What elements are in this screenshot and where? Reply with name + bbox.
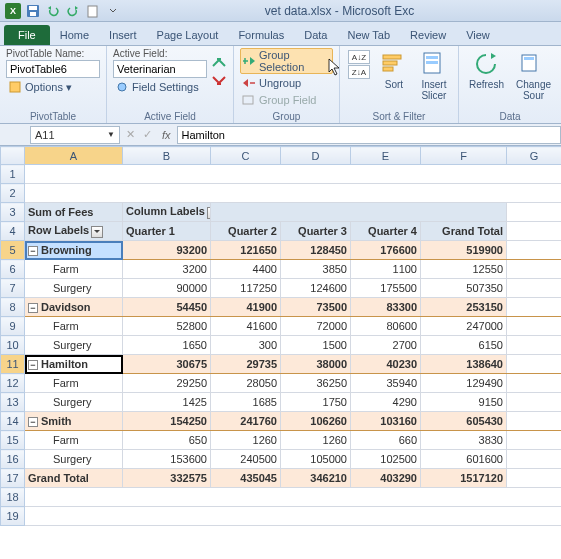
col-header-D[interactable]: D: [281, 147, 351, 165]
cell[interactable]: 121650: [211, 241, 281, 260]
cell[interactable]: 4290: [351, 393, 421, 412]
cell[interactable]: 1425: [123, 393, 211, 412]
redo-icon[interactable]: [64, 2, 82, 20]
cell[interactable]: 176600: [351, 241, 421, 260]
activefield-input[interactable]: [113, 60, 207, 78]
sort-desc-icon[interactable]: Z↓A: [348, 65, 370, 79]
cell[interactable]: 153600: [123, 450, 211, 469]
cell[interactable]: 40230: [351, 355, 421, 374]
options-button[interactable]: Options ▾: [6, 79, 100, 95]
cell[interactable]: 41600: [211, 317, 281, 336]
cell[interactable]: 175500: [351, 279, 421, 298]
cell[interactable]: 1517120: [421, 469, 507, 488]
expand-field-icon[interactable]: [211, 56, 227, 70]
cell[interactable]: 52800: [123, 317, 211, 336]
group-selection-button[interactable]: Group Selection: [240, 48, 333, 74]
pivot-subrow[interactable]: Surgery: [25, 336, 123, 355]
tab-data[interactable]: Data: [294, 25, 337, 45]
cell[interactable]: 247000: [421, 317, 507, 336]
save-icon[interactable]: [24, 2, 42, 20]
cell[interactable]: 6150: [421, 336, 507, 355]
qtr-header[interactable]: Quarter 2: [211, 222, 281, 241]
row-header[interactable]: 7: [1, 279, 25, 298]
row-header[interactable]: 1: [1, 165, 25, 184]
insert-slicer-button[interactable]: Insert Slicer: [416, 48, 452, 103]
excel-icon[interactable]: X: [4, 2, 22, 20]
row-header[interactable]: 9: [1, 317, 25, 336]
col-header-E[interactable]: E: [351, 147, 421, 165]
ungroup-button[interactable]: Ungroup: [240, 75, 333, 91]
row-header[interactable]: 2: [1, 184, 25, 203]
pivot-subrow[interactable]: Farm: [25, 431, 123, 450]
cell[interactable]: 403290: [351, 469, 421, 488]
cell[interactable]: 93200: [123, 241, 211, 260]
cell[interactable]: 128450: [281, 241, 351, 260]
enter-icon[interactable]: ✓: [139, 128, 156, 141]
cell[interactable]: 90000: [123, 279, 211, 298]
row-header[interactable]: 14: [1, 412, 25, 431]
row-header[interactable]: 6: [1, 260, 25, 279]
cell[interactable]: 3830: [421, 431, 507, 450]
cell[interactable]: 1750: [281, 393, 351, 412]
cell[interactable]: 605430: [421, 412, 507, 431]
cell[interactable]: 12550: [421, 260, 507, 279]
cell[interactable]: 1260: [211, 431, 281, 450]
measure-label[interactable]: Sum of Fees: [25, 203, 123, 222]
cell[interactable]: 601600: [421, 450, 507, 469]
collapse-field-icon[interactable]: [211, 73, 227, 87]
cell[interactable]: 3850: [281, 260, 351, 279]
row-header[interactable]: 19: [1, 507, 25, 526]
cell[interactable]: 1500: [281, 336, 351, 355]
refresh-button[interactable]: Refresh: [465, 48, 508, 103]
cell[interactable]: 346210: [281, 469, 351, 488]
new-icon[interactable]: [84, 2, 102, 20]
field-settings-button[interactable]: Field Settings: [113, 79, 207, 95]
qtr-header[interactable]: Quarter 4: [351, 222, 421, 241]
tab-home[interactable]: Home: [50, 25, 99, 45]
qtr-header[interactable]: Quarter 3: [281, 222, 351, 241]
cell[interactable]: 1260: [281, 431, 351, 450]
column-labels[interactable]: Column Labels: [123, 203, 211, 222]
cell[interactable]: 102500: [351, 450, 421, 469]
col-header-G[interactable]: G: [507, 147, 562, 165]
cell[interactable]: 28050: [211, 374, 281, 393]
pivot-row-hamilton[interactable]: −Hamilton: [25, 355, 123, 374]
pivot-row-browning[interactable]: −Browning: [25, 241, 123, 260]
cell[interactable]: 35940: [351, 374, 421, 393]
pivot-subrow[interactable]: Surgery: [25, 393, 123, 412]
row-labels[interactable]: Row Labels: [25, 222, 123, 241]
pivot-row-davidson[interactable]: −Davidson: [25, 298, 123, 317]
cell[interactable]: 29735: [211, 355, 281, 374]
pivottable-name-input[interactable]: [6, 60, 100, 78]
cell[interactable]: 4400: [211, 260, 281, 279]
worksheet-grid[interactable]: A B C D E F G 1 2 3 Sum of Fees Column L…: [0, 146, 561, 526]
col-header-C[interactable]: C: [211, 147, 281, 165]
cell[interactable]: 36250: [281, 374, 351, 393]
cell[interactable]: 105000: [281, 450, 351, 469]
cell[interactable]: 80600: [351, 317, 421, 336]
sort-asc-icon[interactable]: A↓Z: [348, 50, 370, 64]
collapse-icon[interactable]: −: [28, 246, 38, 256]
pivot-subrow[interactable]: Surgery: [25, 450, 123, 469]
tab-insert[interactable]: Insert: [99, 25, 147, 45]
collapse-icon[interactable]: −: [28, 360, 38, 370]
cell[interactable]: 54450: [123, 298, 211, 317]
rowdrop-icon[interactable]: [91, 226, 103, 238]
row-header[interactable]: 13: [1, 393, 25, 412]
cell[interactable]: 106260: [281, 412, 351, 431]
row-header[interactable]: 4: [1, 222, 25, 241]
pivot-subrow[interactable]: Farm: [25, 317, 123, 336]
cell[interactable]: 72000: [281, 317, 351, 336]
fx-icon[interactable]: fx: [156, 129, 177, 141]
row-header[interactable]: 3: [1, 203, 25, 222]
row-header[interactable]: 10: [1, 336, 25, 355]
cell[interactable]: 519900: [421, 241, 507, 260]
pivot-subrow[interactable]: Surgery: [25, 279, 123, 298]
row-header[interactable]: 16: [1, 450, 25, 469]
row-header[interactable]: 12: [1, 374, 25, 393]
cell[interactable]: 240500: [211, 450, 281, 469]
qat-dropdown-icon[interactable]: [104, 2, 122, 20]
cell[interactable]: 129490: [421, 374, 507, 393]
sort-button[interactable]: Sort: [376, 48, 412, 103]
row-header[interactable]: 15: [1, 431, 25, 450]
